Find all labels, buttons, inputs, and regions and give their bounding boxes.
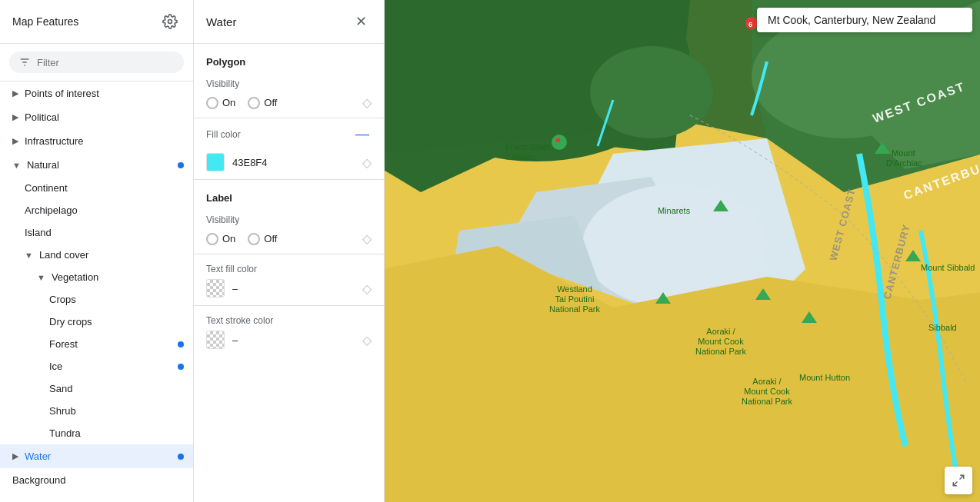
sidebar-item-crops[interactable]: Crops — [0, 288, 193, 311]
map-search-bar: Mt Cook, Canterbury, New Zealand — [757, 8, 972, 32]
sidebar-item-label: Tundra — [49, 427, 81, 439]
map-svg: WEST COAST CANTERBURY WEST COAST CANTERB… — [385, 0, 980, 502]
fill-color-reset-button[interactable]: — — [353, 126, 372, 142]
sidebar-item-tundra[interactable]: Tundra — [0, 422, 193, 444]
diamond-icon[interactable]: ◇ — [362, 333, 372, 347]
fill-color-label: Fill color — [206, 129, 241, 140]
sidebar-item-label: Continent — [25, 182, 68, 194]
sidebar-item-archipelago[interactable]: Archipelago — [0, 199, 193, 221]
sidebar-item-political[interactable]: ▶ Political — [0, 105, 193, 129]
on-label: On — [222, 97, 235, 108]
text-stroke-color-value: – — [232, 334, 355, 346]
sidebar-item-forest[interactable]: Forest — [0, 333, 193, 355]
sidebar-item-label: Vegetation — [52, 271, 98, 283]
sidebar-item-continent[interactable]: Continent — [0, 177, 193, 199]
fill-color-row: Fill color — — [194, 118, 384, 150]
sidebar-item-points-of-interest[interactable]: ▶ Points of interest — [0, 81, 193, 105]
label-visibility-on-option[interactable]: On — [206, 233, 235, 245]
text-stroke-label-row: Text stroke color — [194, 306, 384, 329]
visibility-label: Visibility — [194, 71, 384, 92]
svg-text:Mount Sibbald: Mount Sibbald — [921, 263, 975, 272]
sidebar-item-label: Sand — [49, 383, 72, 394]
svg-text:Mount Hutton: Mount Hutton — [799, 373, 850, 382]
sidebar-item-label: Shrub — [49, 405, 76, 417]
svg-text:Minarets: Minarets — [658, 206, 691, 215]
text-fill-color-swatch[interactable] — [206, 279, 225, 298]
diamond-icon[interactable]: ◇ — [362, 155, 372, 170]
sidebar-item-background[interactable]: Background — [0, 468, 193, 492]
polygon-visibility-row: On Off ◇ — [194, 92, 384, 118]
label-section-title: Label — [194, 180, 384, 207]
diamond-icon[interactable]: ◇ — [362, 281, 372, 296]
chevron-right-icon: ▶ — [12, 451, 18, 461]
svg-text:D'Archiac: D'Archiac — [886, 158, 922, 168]
svg-line-51 — [953, 482, 957, 486]
sidebar-item-dry-crops[interactable]: Dry crops — [0, 311, 193, 333]
sidebar-item-shrub[interactable]: Shrub — [0, 400, 193, 422]
svg-point-0 — [168, 20, 172, 24]
svg-text:Tai Poutini: Tai Poutini — [555, 294, 595, 304]
filter-icon — [18, 56, 31, 68]
close-button[interactable]: ✕ — [350, 11, 372, 32]
off-label: Off — [264, 233, 277, 244]
mid-panel-title: Water — [206, 15, 236, 28]
filter-bar — [0, 44, 193, 81]
map-expand-button[interactable] — [945, 467, 972, 494]
left-header: Map Features — [0, 0, 193, 44]
text-fill-color-row: – ◇ — [194, 278, 384, 305]
label-visibility-label: Visibility — [194, 207, 384, 228]
modified-dot — [178, 341, 184, 347]
svg-text:Mount Cook: Mount Cook — [698, 337, 744, 346]
text-fill-label-row: Text fill color — [194, 254, 384, 278]
modified-dot — [178, 162, 184, 168]
sidebar-item-natural[interactable]: ▼ Natural — [0, 153, 193, 177]
sidebar-item-island[interactable]: Island — [0, 221, 193, 244]
svg-text:Aoraki /: Aoraki / — [706, 327, 735, 336]
label-visibility-off-option[interactable]: Off — [248, 233, 277, 245]
sidebar-item-label: Crops — [49, 294, 76, 305]
sidebar-item-label: Points of interest — [25, 88, 99, 99]
sidebar-item-vegetation[interactable]: ▼ Vegetation — [0, 266, 193, 288]
sidebar-item-label: Land cover — [39, 249, 88, 261]
visibility-off-option[interactable]: Off — [248, 97, 277, 109]
modified-dot — [178, 364, 184, 370]
svg-text:/ Waiau: / Waiau — [507, 152, 535, 161]
svg-text:National Park: National Park — [549, 304, 601, 314]
diamond-icon[interactable]: ◇ — [362, 231, 372, 246]
filter-input[interactable] — [37, 57, 175, 68]
sidebar-item-ice[interactable]: Ice — [0, 355, 193, 377]
left-panel: Map Features ▶ Points of interest ▶ Poli… — [0, 0, 194, 502]
sidebar-item-label: Archipelago — [25, 204, 78, 216]
sidebar-item-land-cover[interactable]: ▼ Land cover — [0, 244, 193, 266]
polygon-section-title: Polygon — [194, 44, 384, 71]
sidebar-item-infrastructure[interactable]: ▶ Infrastructure — [0, 129, 193, 153]
settings-button[interactable] — [159, 11, 181, 32]
map-search-value: Mt Cook, Canterbury, New Zealand — [768, 14, 935, 26]
sidebar-item-label: Political — [25, 111, 59, 123]
svg-text:Mount: Mount — [892, 148, 915, 158]
svg-text:Sibbald: Sibbald — [928, 323, 957, 332]
visibility-on-option[interactable]: On — [206, 97, 235, 109]
diamond-icon[interactable]: ◇ — [362, 95, 372, 110]
sidebar-item-label: Dry crops — [49, 316, 92, 327]
chevron-right-icon: ▶ — [12, 88, 18, 98]
text-stroke-color-swatch[interactable] — [206, 331, 225, 349]
mid-header: Water ✕ — [194, 0, 384, 44]
left-panel-title: Map Features — [12, 15, 78, 28]
svg-text:Franz Josef: Franz Josef — [505, 142, 550, 151]
sidebar-item-water[interactable]: ▶ Water — [0, 444, 193, 468]
fill-color-swatch[interactable] — [206, 153, 225, 171]
off-label: Off — [264, 97, 277, 108]
text-stroke-color-label: Text stroke color — [206, 315, 273, 326]
chevron-down-icon: ▼ — [37, 273, 45, 282]
svg-text:6: 6 — [748, 21, 752, 28]
text-stroke-color-row: – ◇ — [194, 329, 384, 357]
sidebar-item-label: Island — [25, 227, 52, 238]
sidebar-item-sand[interactable]: Sand — [0, 377, 193, 400]
svg-text:National Park: National Park — [742, 397, 793, 406]
sidebar-item-label: Forest — [49, 338, 78, 350]
map-panel: WEST COAST CANTERBURY WEST COAST CANTERB… — [385, 0, 980, 502]
sidebar-item-label: Background — [12, 474, 65, 486]
modified-dot — [178, 454, 184, 460]
sidebar-item-label: Water — [25, 450, 51, 462]
